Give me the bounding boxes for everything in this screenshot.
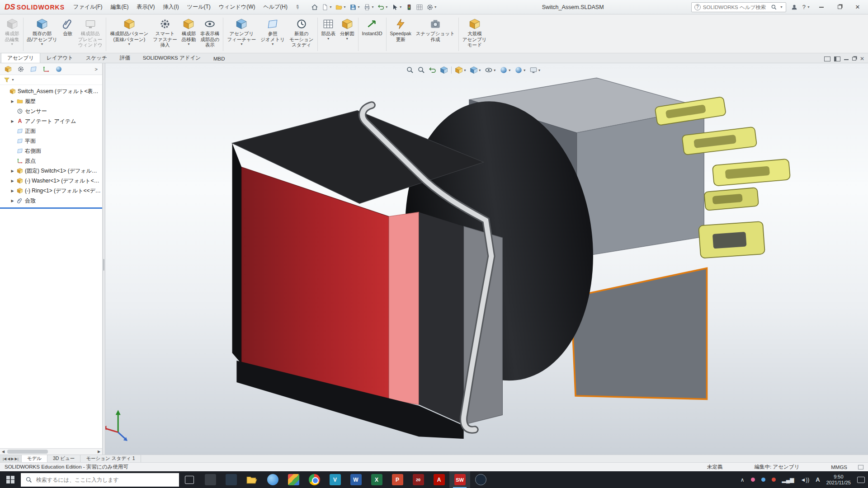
new-document-button[interactable]: ▼: [320, 2, 334, 12]
expander-icon[interactable]: ▶: [10, 189, 15, 193]
tab-model[interactable]: モデル: [22, 455, 47, 462]
tree-item-origin[interactable]: 原点: [0, 156, 102, 166]
task-view-button[interactable]: [179, 471, 200, 488]
taskbar-app-2[interactable]: [221, 471, 241, 488]
button-left-edge[interactable]: [232, 143, 242, 364]
print-button[interactable]: ▼: [362, 2, 376, 12]
open-document-button[interactable]: ▼: [334, 2, 348, 12]
configurationmanager-icon[interactable]: [30, 66, 37, 73]
tab-last-icon[interactable]: ▶|: [15, 457, 19, 461]
tray-app-dot-blue[interactable]: [758, 471, 769, 488]
3d-model-canvas[interactable]: [105, 63, 868, 455]
tree-item-mates[interactable]: ▶ 合致: [0, 196, 102, 206]
volume-icon[interactable]: ◄)): [797, 471, 812, 488]
ribbon-component-pattern-button[interactable]: 構成部品パターン (直線パターン) ▼: [108, 16, 151, 53]
tab-sketch[interactable]: スケッチ: [80, 53, 113, 63]
scrollbar-thumb[interactable]: [7, 450, 48, 454]
doc-restore-icon[interactable]: [852, 57, 856, 61]
section-view-button[interactable]: [439, 65, 449, 75]
taskbar-code[interactable]: V: [325, 471, 345, 488]
ribbon-exploded-view-button[interactable]: 分解図 ▼: [338, 16, 357, 53]
ribbon-edit-component-button[interactable]: 構成部 品編集 ▼: [3, 16, 22, 53]
tab-assembly[interactable]: アセンブリ: [1, 53, 40, 63]
panel-expand-chevron[interactable]: >: [95, 66, 98, 72]
taskbar-app-2020[interactable]: 20: [408, 471, 429, 488]
tab-evaluate[interactable]: 評価: [113, 53, 137, 63]
panel-horizontal-scrollbar[interactable]: ◀ ▶: [0, 448, 102, 455]
button-right-bezel[interactable]: [419, 212, 463, 425]
undo-button[interactable]: ▼: [376, 2, 390, 12]
taskbar-solidworks[interactable]: SW: [449, 471, 470, 488]
start-button[interactable]: [0, 471, 21, 488]
tree-item-top-plane[interactable]: 平面: [0, 136, 102, 146]
ribbon-show-hidden-components-button[interactable]: 非表示構 成部品の 表示: [198, 16, 222, 53]
tab-3d-views[interactable]: 3D ビュー: [47, 455, 80, 462]
network-icon[interactable]: ▂▄▆: [779, 471, 797, 488]
apply-scene-button[interactable]: ▼: [513, 65, 528, 75]
taskbar-steam[interactable]: [470, 471, 491, 488]
taskbar-acrobat[interactable]: A: [429, 471, 449, 488]
ribbon-snapshot-button[interactable]: スナップショット 作成: [414, 16, 457, 53]
tray-chevron-icon[interactable]: ∧: [737, 471, 748, 488]
taskbar-search-input[interactable]: [36, 477, 175, 483]
taskbar-search-box[interactable]: [21, 473, 179, 487]
chevron-down-icon[interactable]: ▼: [780, 5, 783, 9]
previous-view-button[interactable]: [427, 65, 438, 75]
window-close-button[interactable]: ✕: [851, 2, 864, 13]
panel-split-bar[interactable]: [0, 207, 102, 209]
hide-show-items-button[interactable]: ▼: [483, 65, 498, 75]
menu-pin-icon[interactable]: ✎: [294, 3, 302, 11]
display-pane-icon[interactable]: [824, 56, 830, 61]
user-account-icon[interactable]: [791, 4, 798, 11]
expander-icon[interactable]: ▶: [10, 179, 15, 183]
window-minimize-button[interactable]: [815, 2, 828, 13]
ribbon-smart-fasteners-button[interactable]: スマート ファスナー 挿入: [151, 16, 179, 53]
ime-indicator[interactable]: A: [812, 471, 823, 488]
save-button[interactable]: ▼: [348, 2, 362, 12]
tree-item-history[interactable]: ▶ 履歴: [0, 96, 102, 106]
split-pane-icon[interactable]: [834, 56, 840, 61]
block-lower-face-selected[interactable]: [571, 268, 707, 399]
file-properties-button[interactable]: [415, 2, 425, 12]
home-button[interactable]: [310, 2, 320, 12]
tab-motion-study[interactable]: モーション スタディ 1: [80, 455, 141, 462]
taskbar-file-explorer[interactable]: [241, 471, 262, 488]
units-selector[interactable]: MMGS: [831, 465, 847, 470]
ribbon-assembly-features-button[interactable]: アセンブリ フィーチャー ▼: [225, 16, 258, 53]
tray-app-dot-pink[interactable]: [748, 471, 758, 488]
ribbon-insert-components-button[interactable]: 既存の部 品/アセンブリ ▼: [25, 16, 60, 53]
rebuild-button[interactable]: [404, 2, 414, 12]
taskbar-excel[interactable]: X: [366, 471, 387, 488]
button-pink-face[interactable]: [389, 212, 419, 405]
options-button[interactable]: ▼: [425, 2, 439, 12]
taskbar-clock[interactable]: 9:50 2021/11/25: [823, 471, 854, 488]
menu-insert[interactable]: 挿入(I): [159, 0, 183, 14]
ribbon-mate-button[interactable]: 合致: [60, 16, 76, 53]
tab-first-icon[interactable]: |◀: [3, 457, 6, 461]
ribbon-instant3d-button[interactable]: Instant3D: [360, 16, 385, 53]
block-right-face[interactable]: [577, 108, 704, 258]
tab-next-icon[interactable]: ▶: [11, 457, 14, 461]
tree-item-switch-component[interactable]: ▶ (固定) Switch<1> (デフォルト<<デ...: [0, 166, 102, 176]
tab-addins[interactable]: SOLIDWORKS アドイン: [137, 53, 207, 63]
doc-minimize-icon[interactable]: [844, 59, 849, 60]
graphics-viewport[interactable]: ▼ ▼ ▼ ▼ ▼ ▼: [105, 63, 868, 455]
ribbon-large-assembly-button[interactable]: 大規模 アセンブリ モード: [460, 16, 489, 53]
dimxpertmanager-icon[interactable]: [42, 66, 50, 73]
view-settings-button[interactable]: ▼: [528, 65, 542, 75]
edit-appearance-button[interactable]: ▼: [498, 65, 513, 75]
button-red-face[interactable]: [241, 167, 389, 400]
ribbon-bom-button[interactable]: 部品表 ▼: [319, 16, 338, 53]
chevron-down-icon[interactable]: ▼: [11, 78, 14, 81]
scroll-right-icon[interactable]: ▶: [96, 450, 102, 454]
tree-item-sensors[interactable]: センサー: [0, 106, 102, 116]
tab-mbd[interactable]: MBD: [207, 54, 231, 63]
tree-item-root-assembly[interactable]: Switch_Assem (デフォルト<表示状態...: [0, 86, 102, 96]
taskbar-app-1[interactable]: [200, 471, 221, 488]
tree-item-washer-component[interactable]: ▶ (-) Washer<1> (デフォルト<<デフ...: [0, 176, 102, 186]
select-tool-button[interactable]: ▼: [390, 2, 404, 12]
taskbar-photos[interactable]: [283, 471, 304, 488]
tree-item-annotations[interactable]: ▶ A アノテート アイテム: [0, 116, 102, 126]
menu-window[interactable]: ウィンドウ(W): [215, 0, 259, 14]
expander-icon[interactable]: ▶: [10, 199, 15, 203]
